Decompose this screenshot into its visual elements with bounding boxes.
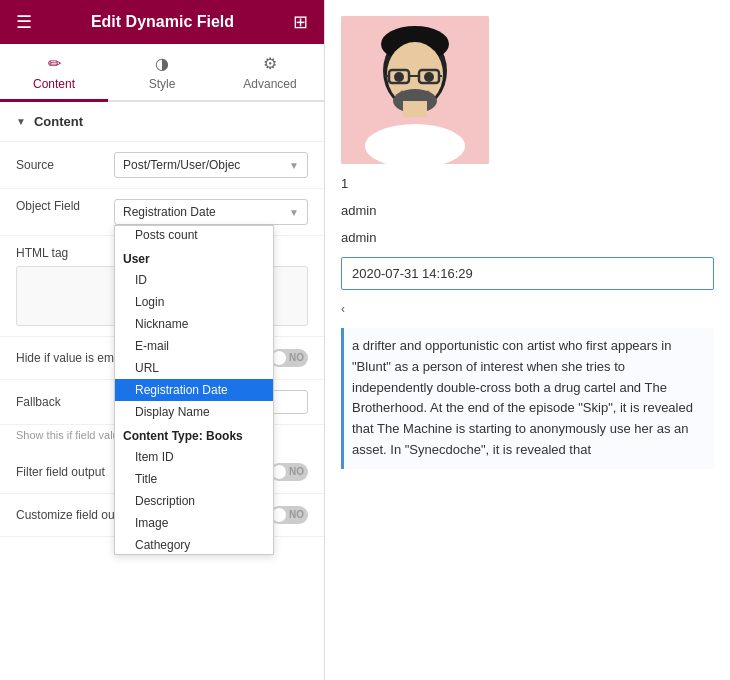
svg-point-9 (394, 72, 404, 82)
customize-toggle-text: NO (289, 509, 304, 520)
hide-if-empty-toggle[interactable]: NO (270, 349, 308, 367)
dropdown-item[interactable]: Description (115, 490, 273, 512)
dropdown-item[interactable]: Title (115, 468, 273, 490)
header: ☰ Edit Dynamic Field ⊞ (0, 0, 324, 44)
menu-icon[interactable]: ☰ (16, 11, 32, 33)
dropdown-item[interactable]: Login (115, 291, 273, 313)
dropdown-item[interactable]: Nickname (115, 313, 273, 335)
source-select[interactable]: Post/Term/User/Objec ▼ (114, 152, 308, 178)
source-value: Post/Term/User/Objec (123, 158, 240, 172)
tabs-bar: ✏ Content ◑ Style ⚙ Advanced (0, 44, 324, 102)
tab-advanced[interactable]: ⚙ Advanced (216, 44, 324, 102)
tab-content-label: Content (33, 77, 75, 91)
dropdown-item[interactable]: Cathegory (115, 534, 273, 555)
object-field-label: Object Field (16, 199, 106, 213)
source-arrow-icon: ▼ (289, 160, 299, 171)
panel-content: ▼ Content Source Post/Term/User/Objec ▼ … (0, 102, 324, 680)
tab-content[interactable]: ✏ Content (0, 44, 108, 102)
filter-label: Filter field output (16, 465, 105, 479)
source-row: Source Post/Term/User/Objec ▼ (0, 142, 324, 189)
filter-toggle-text: NO (289, 466, 304, 477)
dropdown-item[interactable]: Item ID (115, 446, 273, 468)
preview-description: a drifter and opportunistic con artist w… (341, 328, 714, 469)
grid-icon[interactable]: ⊞ (293, 11, 308, 33)
object-field-value: Registration Date (123, 205, 216, 219)
advanced-icon: ⚙ (263, 54, 277, 73)
source-label: Source (16, 158, 106, 172)
dropdown-item[interactable]: Image (115, 512, 273, 534)
object-field-container: Registration Date ▼ Posts countUserIDLog… (114, 199, 308, 225)
tab-style[interactable]: ◑ Style (108, 44, 216, 102)
dropdown-group-header: Content Type: Books (115, 423, 273, 446)
object-field-select[interactable]: Registration Date ▼ (114, 199, 308, 225)
svg-rect-12 (403, 101, 427, 117)
dropdown-item[interactable]: Display Name (115, 401, 273, 423)
object-field-row: Object Field Registration Date ▼ Posts c… (0, 189, 324, 236)
section-arrow-icon: ▼ (16, 116, 26, 127)
content-section-header: ▼ Content (0, 102, 324, 142)
fallback-label: Fallback (16, 395, 106, 409)
filter-toggle[interactable]: NO (270, 463, 308, 481)
section-label: Content (34, 114, 83, 129)
tab-style-label: Style (149, 77, 176, 91)
dropdown-group-header: User (115, 246, 273, 269)
hide-if-empty-label: Hide if value is empty (16, 351, 130, 365)
preview-date: 2020-07-31 14:16:29 (341, 257, 714, 290)
source-select-container: Post/Term/User/Objec ▼ (114, 152, 308, 178)
page-title: Edit Dynamic Field (32, 13, 293, 31)
preview-author1: admin (341, 203, 714, 218)
right-panel: 1 admin admin 2020-07-31 14:16:29 ‹ a dr… (325, 0, 730, 680)
style-icon: ◑ (155, 54, 169, 73)
content-icon: ✏ (48, 54, 61, 73)
dropdown-item[interactable]: ID (115, 269, 273, 291)
dropdown-item[interactable]: URL (115, 357, 273, 379)
hide-if-empty-toggle-text: NO (289, 352, 304, 363)
left-panel: ☰ Edit Dynamic Field ⊞ ✏ Content ◑ Style… (0, 0, 325, 680)
dropdown-item[interactable]: Registration Date (115, 379, 273, 401)
dropdown-item[interactable]: E-mail (115, 335, 273, 357)
preview-number: 1 (341, 176, 714, 191)
svg-point-10 (424, 72, 434, 82)
dropdown-item[interactable]: Posts count (115, 225, 273, 246)
preview-author2: admin (341, 230, 714, 245)
object-field-dropdown: Posts countUserIDLoginNicknameE-mailURLR… (114, 225, 274, 555)
tab-advanced-label: Advanced (243, 77, 296, 91)
customize-toggle[interactable]: NO (270, 506, 308, 524)
profile-image (341, 16, 489, 164)
preview-less-btn[interactable]: ‹ (341, 302, 714, 316)
object-field-arrow-icon: ▼ (289, 207, 299, 218)
